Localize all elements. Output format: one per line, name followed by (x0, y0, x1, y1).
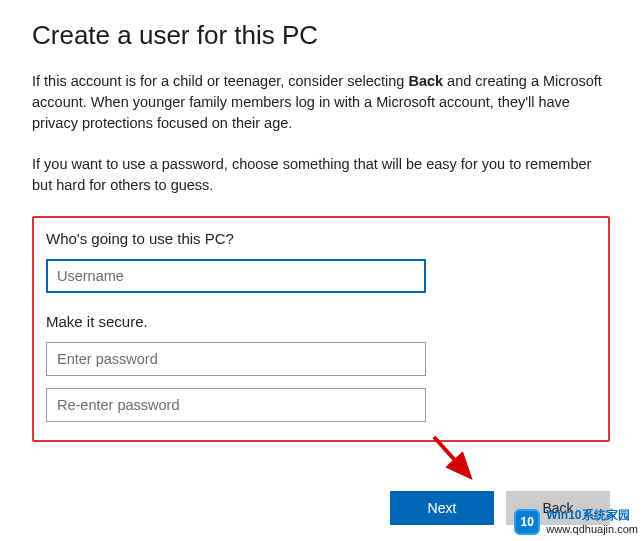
password-input[interactable] (46, 342, 426, 376)
confirm-password-input[interactable] (46, 388, 426, 422)
button-row: Next Back (390, 491, 610, 525)
form-highlight-box: Who's going to use this PC? Make it secu… (32, 216, 610, 442)
intro-bold-back: Back (408, 73, 443, 89)
next-button[interactable]: Next (390, 491, 494, 525)
who-question-label: Who's going to use this PC? (46, 230, 596, 247)
intro-paragraph-1: If this account is for a child or teenag… (32, 71, 610, 134)
intro-paragraph-2: If you want to use a password, choose so… (32, 154, 610, 196)
make-secure-label: Make it secure. (46, 313, 596, 330)
back-button[interactable]: Back (506, 491, 610, 525)
username-input[interactable] (46, 259, 426, 293)
svg-line-0 (434, 437, 470, 477)
page-title: Create a user for this PC (32, 20, 610, 51)
intro-text-prefix: If this account is for a child or teenag… (32, 73, 408, 89)
